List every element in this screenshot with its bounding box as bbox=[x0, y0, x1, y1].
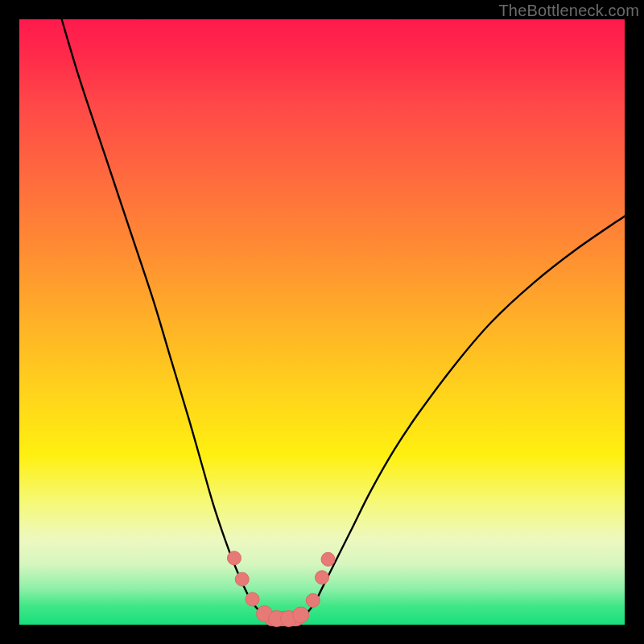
curve-layer bbox=[19, 19, 625, 625]
trough-marker bbox=[235, 572, 249, 586]
watermark-text: TheBottleneck.com bbox=[498, 2, 639, 20]
trough-marker bbox=[321, 552, 335, 566]
trough-marker bbox=[293, 607, 309, 623]
chart-frame: TheBottleneck.com bbox=[0, 0, 644, 644]
trough-marker bbox=[246, 592, 259, 606]
trough-marker bbox=[316, 571, 329, 584]
curve-left-branch bbox=[62, 19, 274, 618]
trough-marker bbox=[227, 551, 241, 565]
trough-markers bbox=[227, 551, 335, 627]
curve-right-branch bbox=[298, 216, 625, 618]
trough-marker bbox=[306, 593, 320, 607]
